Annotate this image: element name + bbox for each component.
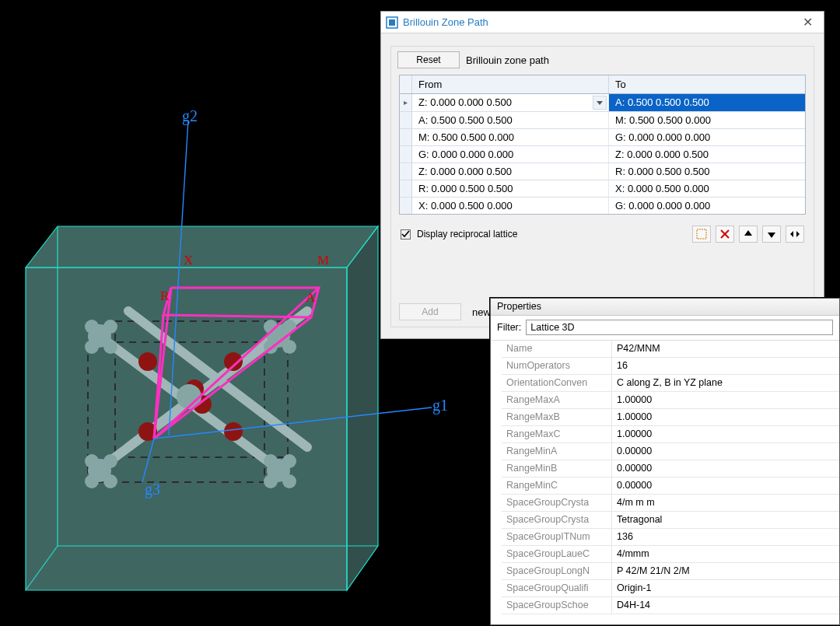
grid-row[interactable]: ▸Z: 0.000 0.000 0.500A: 0.500 0.500 0.50… xyxy=(400,94,805,111)
property-row[interactable]: RangeMaxA1.00000 xyxy=(502,392,839,409)
cell-to[interactable]: M: 0.500 0.500 0.000 xyxy=(609,112,805,128)
svg-point-25 xyxy=(282,340,296,354)
point-A-label: A xyxy=(306,290,316,305)
property-value[interactable]: P42/MNM xyxy=(612,341,839,357)
property-value[interactable]: 136 xyxy=(612,529,839,545)
cell-from[interactable]: A: 0.500 0.500 0.500 xyxy=(412,112,609,128)
property-row[interactable]: NameP42/MNM xyxy=(502,341,839,358)
bz-path-dialog: Brillouin Zone Path ✕ Reset Brillouin zo… xyxy=(380,11,824,339)
cell-to[interactable]: G: 0.000 0.000 0.000 xyxy=(609,198,805,214)
display-reciprocal-checkbox[interactable] xyxy=(401,229,411,240)
dialog-titlebar[interactable]: Brillouin Zone Path ✕ xyxy=(381,12,824,33)
property-name: RangeMinA xyxy=(502,443,612,460)
row-handle[interactable]: ▸ xyxy=(400,94,412,111)
property-value[interactable]: Tetragonal xyxy=(612,512,839,528)
grid-row[interactable]: M: 0.500 0.500 0.000G: 0.000 0.000 0.000 xyxy=(400,128,805,145)
col-to-header[interactable]: To xyxy=(609,75,805,93)
svg-rect-41 xyxy=(389,19,395,26)
grid-row[interactable]: A: 0.500 0.500 0.500M: 0.500 0.500 0.000 xyxy=(400,111,805,128)
grid-row[interactable]: G: 0.000 0.000 0.000Z: 0.000 0.000 0.500 xyxy=(400,145,805,163)
cell-to[interactable]: R: 0.000 0.500 0.500 xyxy=(609,163,805,180)
cell-from[interactable]: Z: 0.000 0.000 0.500 xyxy=(412,94,609,111)
svg-point-20 xyxy=(103,340,117,354)
row-handle[interactable] xyxy=(400,146,412,163)
property-value[interactable]: Origin-1 xyxy=(612,580,839,596)
row-handle[interactable] xyxy=(400,180,412,197)
property-row[interactable]: OrientationConvenC along Z, B in YZ plan… xyxy=(502,375,839,392)
property-row[interactable]: SpaceGroupLaueC4/mmm xyxy=(502,546,839,563)
property-value[interactable]: 1.00000 xyxy=(612,392,839,408)
delete-icon[interactable] xyxy=(716,226,734,243)
cell-from[interactable]: X: 0.000 0.500 0.000 xyxy=(412,198,609,214)
cell-to[interactable]: X: 0.000 0.500 0.000 xyxy=(609,180,805,197)
cell-to[interactable]: A: 0.500 0.500 0.500 xyxy=(609,94,805,111)
cell-from[interactable]: Z: 0.000 0.000 0.500 xyxy=(412,163,609,180)
property-row[interactable]: SpaceGroupSchoeD4H-14 xyxy=(502,597,839,614)
display-reciprocal-label: Display reciprocal lattice xyxy=(417,229,517,240)
property-value[interactable]: 0.00000 xyxy=(612,477,839,494)
dialog-title: Brillouin Zone Path xyxy=(403,16,488,28)
row-handle[interactable] xyxy=(400,163,412,180)
move-up-icon[interactable] xyxy=(739,226,758,243)
grid-row[interactable]: X: 0.000 0.500 0.000G: 0.000 0.000 0.000 xyxy=(400,197,805,214)
cell-from[interactable]: M: 0.500 0.500 0.000 xyxy=(412,129,609,145)
grid-row[interactable]: R: 0.000 0.500 0.500X: 0.000 0.500 0.000 xyxy=(400,180,805,197)
svg-marker-46 xyxy=(744,230,752,236)
property-row[interactable]: SpaceGroupCrystaTetragonal xyxy=(502,512,839,529)
property-row[interactable]: SpaceGroupITNum136 xyxy=(502,529,839,546)
svg-point-27 xyxy=(85,454,99,468)
row-handle[interactable] xyxy=(400,112,412,128)
property-value[interactable]: 0.00000 xyxy=(612,443,839,460)
add-button[interactable]: Add xyxy=(399,303,461,320)
property-value[interactable]: C along Z, B in YZ plane xyxy=(612,375,839,391)
select-rect-icon[interactable] xyxy=(692,226,711,243)
property-value[interactable]: D4H-14 xyxy=(612,597,839,614)
property-value[interactable]: 16 xyxy=(612,358,839,374)
property-name: SpaceGroupITNum xyxy=(502,529,612,545)
svg-point-30 xyxy=(103,474,117,488)
svg-point-17 xyxy=(85,320,99,334)
property-name: RangeMaxC xyxy=(502,426,612,442)
row-handle[interactable] xyxy=(400,198,412,214)
svg-marker-49 xyxy=(796,231,800,237)
filter-input[interactable] xyxy=(526,320,833,335)
property-row[interactable]: RangeMaxC1.00000 xyxy=(502,426,839,443)
property-value[interactable]: 4/mmm xyxy=(612,546,839,562)
col-from-header[interactable]: From xyxy=(412,75,609,93)
property-row[interactable]: NumOperators16 xyxy=(502,358,839,375)
cell-to[interactable]: G: 0.000 0.000 0.000 xyxy=(609,129,805,145)
cell-from[interactable]: R: 0.000 0.500 0.500 xyxy=(412,180,609,197)
property-row[interactable]: RangeMaxB1.00000 xyxy=(502,409,839,426)
property-name: NumOperators xyxy=(502,358,612,374)
property-row[interactable]: RangeMinA0.00000 xyxy=(502,443,839,460)
close-icon[interactable]: ✕ xyxy=(796,15,819,30)
point-R-label: R xyxy=(160,289,170,303)
property-name: RangeMaxB xyxy=(502,409,612,425)
cell-from[interactable]: G: 0.000 0.000 0.000 xyxy=(412,146,609,163)
property-row[interactable]: RangeMinB0.00000 xyxy=(502,460,839,477)
row-handle[interactable] xyxy=(400,129,412,145)
property-value[interactable]: 1.00000 xyxy=(612,426,839,442)
property-row[interactable]: SpaceGroupQualifiOrigin-1 xyxy=(502,580,839,597)
chevron-down-icon[interactable] xyxy=(593,96,607,110)
reset-button[interactable]: Reset xyxy=(397,51,460,68)
property-value[interactable]: 4/m m m xyxy=(612,495,839,511)
bz-path-grid[interactable]: From To ▸Z: 0.000 0.000 0.500A: 0.500 0.… xyxy=(399,75,806,215)
cell-to[interactable]: Z: 0.000 0.000 0.500 xyxy=(609,146,805,163)
point-M-label: M xyxy=(317,253,329,268)
property-row[interactable]: SpaceGroupLongNP 42/M 21/N 2/M xyxy=(502,563,839,580)
svg-point-11 xyxy=(224,422,243,441)
property-value[interactable]: 1.00000 xyxy=(612,409,839,425)
property-name: RangeMinB xyxy=(502,460,612,477)
property-name: SpaceGroupSchoe xyxy=(502,597,612,614)
grid-row[interactable]: Z: 0.000 0.000 0.500R: 0.000 0.500 0.500 xyxy=(400,163,805,180)
property-value[interactable]: P 42/M 21/N 2/M xyxy=(612,563,839,579)
move-horiz-icon[interactable] xyxy=(786,226,804,243)
property-row[interactable]: SpaceGroupCrysta4/m m m xyxy=(502,495,839,512)
axis-g1-label: g1 xyxy=(432,397,448,414)
property-value[interactable]: 0.00000 xyxy=(612,460,839,477)
svg-marker-42 xyxy=(597,101,603,105)
property-row[interactable]: RangeMinC0.00000 xyxy=(502,477,839,495)
svg-point-19 xyxy=(85,340,99,354)
move-down-icon[interactable] xyxy=(762,226,781,243)
